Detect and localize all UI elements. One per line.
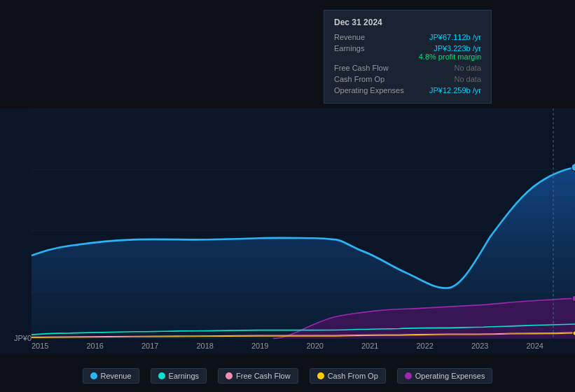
tooltip-row-opex: Operating Expenses JP¥12.259b /yr — [334, 85, 481, 96]
earnings-dot — [158, 372, 165, 379]
tooltip-date: Dec 31 2024 — [334, 18, 481, 27]
opex-dot — [405, 372, 412, 379]
x-label-2019: 2019 — [251, 342, 268, 356]
legend-fcf-label: Free Cash Flow — [236, 372, 291, 380]
x-label-2017: 2017 — [141, 342, 158, 356]
x-label-2021: 2021 — [361, 342, 378, 356]
tooltip-row-cfo: Cash From Op No data — [334, 74, 481, 85]
legend-earnings-label: Earnings — [169, 372, 199, 380]
legend-opex[interactable]: Operating Expenses — [397, 368, 493, 384]
x-label-2016: 2016 — [87, 342, 104, 356]
legend-revenue[interactable]: Revenue — [83, 368, 139, 384]
legend-revenue-label: Revenue — [101, 372, 132, 380]
chart-svg: JP¥0 — [0, 108, 575, 354]
data-tooltip: Dec 31 2024 Revenue JP¥67.112b /yr Earni… — [324, 10, 492, 104]
x-axis: 2015 2016 2017 2018 2019 2020 2021 2022 … — [0, 342, 575, 356]
tooltip-row-revenue: Revenue JP¥67.112b /yr — [334, 31, 481, 43]
legend-cfo[interactable]: Cash From Op — [310, 368, 386, 384]
chart-legend: Revenue Earnings Free Cash Flow Cash Fro… — [0, 368, 575, 384]
legend-cfo-label: Cash From Op — [328, 372, 378, 380]
cfo-dot — [317, 372, 324, 379]
legend-earnings[interactable]: Earnings — [151, 368, 207, 384]
chart-area: JP¥0 — [0, 108, 575, 354]
fcf-dot — [226, 372, 233, 379]
legend-opex-label: Operating Expenses — [415, 372, 485, 380]
svg-text:JP¥0: JP¥0 — [14, 333, 32, 342]
x-label-2022: 2022 — [417, 342, 434, 356]
tooltip-profit-margin: 4.8% profit margin — [334, 52, 481, 62]
x-label-2015: 2015 — [32, 342, 48, 356]
tooltip-row-fcf: Free Cash Flow No data — [334, 62, 481, 74]
revenue-dot — [90, 372, 97, 379]
x-label-2023: 2023 — [471, 342, 488, 356]
svg-point-9 — [572, 295, 575, 302]
x-label-2024: 2024 — [527, 342, 543, 356]
legend-fcf[interactable]: Free Cash Flow — [218, 368, 298, 384]
x-label-2018: 2018 — [197, 342, 214, 356]
x-label-2020: 2020 — [307, 342, 324, 356]
